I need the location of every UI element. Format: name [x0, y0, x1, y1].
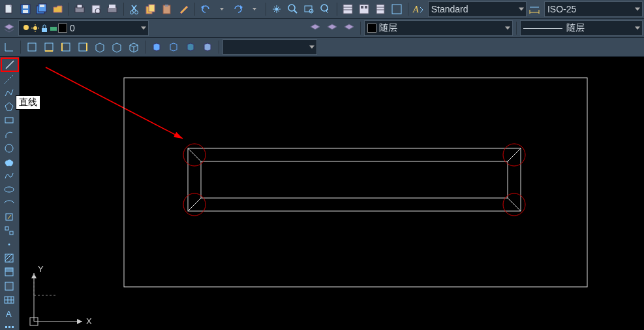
- visual-style-hidden-button[interactable]: [183, 39, 198, 55]
- visual-style-wire-button[interactable]: [166, 39, 181, 55]
- properties-panel-button[interactable]: [341, 1, 356, 17]
- zoom-previous-button[interactable]: [318, 1, 333, 17]
- print-preview-button[interactable]: [89, 1, 104, 17]
- view-back-button[interactable]: [109, 39, 125, 55]
- undo-button[interactable]: [198, 1, 213, 17]
- save-all-button[interactable]: [34, 1, 49, 17]
- separator: [69, 3, 69, 16]
- svg-rect-36: [392, 5, 401, 14]
- gradient-button[interactable]: [1, 265, 18, 278]
- separator: [516, 22, 517, 35]
- separator: [266, 3, 266, 16]
- sheet-set-button[interactable]: [390, 1, 405, 17]
- revision-cloud-button[interactable]: [1, 156, 18, 169]
- publish-button[interactable]: [105, 1, 120, 17]
- redo-dropdown-button[interactable]: [247, 1, 262, 17]
- svg-rect-20: [165, 5, 168, 7]
- color-dropdown[interactable]: 随层: [364, 20, 513, 36]
- svg-point-16: [135, 11, 138, 14]
- save-button[interactable]: [18, 1, 33, 17]
- spline-button[interactable]: [1, 169, 18, 182]
- view-left-button[interactable]: [58, 39, 74, 55]
- plot-button[interactable]: [72, 1, 87, 17]
- svg-rect-27: [343, 5, 352, 14]
- layer-iso-button[interactable]: [341, 20, 357, 36]
- color-value: 随层: [379, 22, 397, 34]
- svg-rect-32: [365, 6, 367, 8]
- circle-button[interactable]: [1, 142, 18, 155]
- text-style-icon: A: [412, 1, 427, 17]
- layer-manager-button[interactable]: [1, 20, 17, 36]
- chevron-down-icon: [141, 27, 146, 30]
- redo-button[interactable]: [231, 1, 246, 17]
- region-button[interactable]: [1, 280, 18, 293]
- ucs-icon: X Y: [25, 259, 97, 330]
- open-button[interactable]: [50, 1, 65, 17]
- separator: [337, 3, 337, 16]
- text-style-value: Standard: [431, 4, 468, 14]
- drawing-canvas[interactable]: 直线: [20, 57, 644, 330]
- chamfer-line: [508, 148, 521, 161]
- visual-style-2d-button[interactable]: [149, 39, 164, 55]
- match-properties-button[interactable]: [176, 1, 191, 17]
- design-center-button[interactable]: [357, 1, 372, 17]
- text-button[interactable]: A: [1, 307, 18, 320]
- more-button[interactable]: [1, 321, 18, 330]
- insert-block-button[interactable]: [1, 210, 18, 223]
- separator: [123, 3, 124, 16]
- layer-state-button[interactable]: [324, 20, 340, 36]
- svg-rect-57: [79, 43, 87, 51]
- svg-line-71: [8, 257, 13, 262]
- svg-rect-11: [108, 7, 117, 12]
- pan-button[interactable]: [269, 1, 284, 17]
- view-right-button[interactable]: [75, 39, 91, 55]
- dim-style-icon: [528, 1, 543, 17]
- visual-style-dropdown[interactable]: [222, 39, 317, 55]
- view-top-button[interactable]: [24, 39, 40, 55]
- svg-rect-81: [8, 326, 10, 328]
- svg-point-63: [5, 187, 14, 192]
- tool-palettes-button[interactable]: [373, 1, 388, 17]
- view-bottom-button[interactable]: [41, 39, 57, 55]
- undo-dropdown-button[interactable]: [215, 1, 230, 17]
- visual-style-realistic-button[interactable]: [200, 39, 215, 55]
- separator: [194, 3, 195, 16]
- zoom-realtime-button[interactable]: [286, 1, 301, 17]
- ucs-button[interactable]: [1, 39, 17, 55]
- svg-rect-65: [5, 227, 8, 230]
- svg-point-25: [309, 9, 313, 13]
- svg-rect-8: [77, 5, 82, 8]
- layer-dropdown[interactable]: 0: [18, 20, 149, 36]
- ellipse-button[interactable]: [1, 183, 18, 196]
- text-style-dropdown[interactable]: Standard: [428, 1, 527, 17]
- view-iso-button[interactable]: [126, 39, 142, 55]
- arc-button[interactable]: [1, 127, 18, 140]
- ucs-y-label: Y: [38, 264, 44, 274]
- cut-button[interactable]: [127, 1, 142, 17]
- view-front-button[interactable]: [92, 39, 108, 55]
- point-button[interactable]: [1, 238, 18, 251]
- construction-line-button[interactable]: [1, 73, 18, 86]
- table-button[interactable]: [1, 293, 18, 306]
- line-tool-button[interactable]: [1, 58, 19, 72]
- separator: [20, 41, 21, 54]
- svg-rect-49: [50, 27, 57, 31]
- hatch-button[interactable]: [1, 252, 18, 265]
- svg-point-22: [288, 5, 295, 11]
- svg-rect-31: [361, 6, 363, 8]
- ellipse-arc-button[interactable]: [1, 197, 18, 210]
- new-file-button[interactable]: [1, 1, 16, 17]
- linetype-dropdown[interactable]: 随层: [520, 20, 643, 36]
- svg-rect-48: [42, 28, 47, 32]
- svg-text:A: A: [412, 5, 419, 14]
- rectangle-button[interactable]: [1, 114, 18, 127]
- make-block-button[interactable]: [1, 224, 18, 237]
- svg-point-67: [8, 244, 10, 246]
- layer-previous-button[interactable]: [307, 20, 323, 36]
- paste-button[interactable]: [160, 1, 175, 17]
- dim-style-dropdown[interactable]: ISO-25: [544, 1, 643, 17]
- zoom-window-button[interactable]: [302, 1, 317, 17]
- chevron-down-icon: [519, 8, 524, 11]
- svg-point-21: [275, 8, 278, 10]
- copy-button[interactable]: [144, 1, 159, 17]
